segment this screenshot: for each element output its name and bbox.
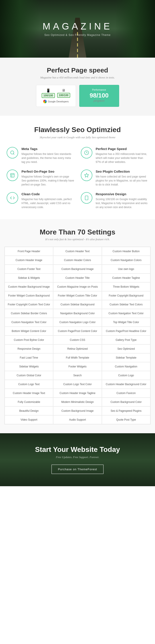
feature-desc-1: Magazine has a 350 milliseconds load tim… (96, 152, 148, 164)
settings-cell: Custom CSS (53, 336, 102, 344)
settings-cell: Custom Header Image Text (5, 389, 53, 398)
settings-cell: Custom Navigation Colors (102, 256, 150, 264)
settings-cell: Custom Logo (102, 371, 150, 380)
feature-text-1: Perfect Page Speed Magazine has a 350 mi… (96, 147, 148, 164)
settings-cell: Retina Optimized (53, 344, 102, 353)
settings-cell: Custom Header Text (53, 247, 102, 256)
svg-point-0 (11, 151, 14, 154)
feature-desc-4: Magazine has fully optimized code, perfe… (21, 197, 74, 209)
settings-cell: Custom Page/Post Content Color (53, 327, 102, 336)
hero-trees-right (115, 0, 155, 58)
svg-line-1 (13, 154, 14, 154)
speed-cards: 📱 100/100 🖥 100/100 Google Developers Pe… (4, 85, 151, 107)
settings-cell: Custom Sidebar Background (53, 300, 102, 309)
settings-cell: Custom Global Color (5, 371, 53, 380)
settings-cell: Full Width Template (53, 353, 102, 362)
settings-cell: Custom Navigation Text Color (5, 318, 53, 327)
feature-title-0: Meta Tags (21, 147, 74, 151)
hero-title: MAGAZINE (42, 21, 112, 32)
settings-cell: Custom Logo Text Color (53, 380, 102, 389)
svg-rect-3 (11, 174, 14, 177)
settings-description: It's not only fast & Seo optimized - It'… (4, 238, 151, 241)
desktop-icon: 🖥 (62, 88, 65, 92)
feature-item: Seo Plugin Collection We have collected … (81, 170, 148, 186)
feature-desc-2: Magazine follows Google's own on-page Se… (21, 175, 74, 186)
cta-heading: Start Your Website Today (4, 446, 151, 454)
mobile-icon: 📱 (46, 88, 50, 93)
pingdom-logo: pingdom (84, 99, 115, 102)
cta-section: Start Your Website Today Free Updates. F… (0, 433, 155, 486)
feature-item: Responsive Design Scoring 100/100 on Goo… (81, 192, 148, 209)
speed-card-google: 📱 100/100 🖥 100/100 Google Developers (36, 85, 76, 107)
seo-section: Flawlessly Seo Optimzied Skyrocket your … (0, 116, 155, 219)
settings-cell: Custom Sidebar Text Colors (102, 300, 150, 309)
settings-cell: Modern Minimalistic Design (53, 398, 102, 406)
speed-heading: Perfect Page speed (4, 66, 151, 74)
settings-cell: Footer Widget Custom Title Color (53, 291, 102, 300)
features-grid: Meta Tags Magazine follows the latest Se… (7, 147, 148, 209)
settings-cell: Custom Header Button (102, 247, 150, 256)
feature-text-2: Perfect On-Page Seo Magazine follows Goo… (21, 170, 74, 186)
feature-title-2: Perfect On-Page Seo (21, 170, 74, 173)
feature-item: Clean Code Magazine has fully optimized … (7, 192, 74, 209)
feature-desc-3: We have collected all Seo and page speed… (96, 175, 148, 186)
settings-cell: Custom Navigation (102, 362, 150, 371)
settings-cell: Fully Customizable (5, 398, 53, 406)
settings-cell: Custom Header Image (5, 256, 53, 264)
feature-item: Perfect On-Page Seo Magazine follows Goo… (7, 170, 74, 186)
settings-cell: Custom Background Color (102, 398, 150, 406)
settings-cell: Custom Logo Text (5, 380, 53, 389)
settings-section: More Than 70 Settings It's not only fast… (0, 219, 155, 433)
settings-cell: Sidebar Template (102, 353, 150, 362)
feature-item: Meta Tags Magazine follows the latest Se… (7, 147, 74, 164)
settings-cell: Custom Header Colors (53, 256, 102, 264)
settings-cell: Gallery Post Type (102, 336, 150, 344)
perf-label: Performance (84, 88, 115, 91)
speed-description: Magazine has a 450 milliseconds load tim… (4, 76, 151, 79)
desktop-score-item: 🖥 100/100 (57, 88, 70, 98)
cta-button[interactable]: Purchase on ThemeForest (51, 464, 104, 474)
svg-marker-6 (85, 173, 89, 177)
settings-cell: Top Widget Title Color (102, 318, 150, 327)
google-logo-text: Google Developers (48, 100, 69, 103)
settings-cell: Fast Load Time (5, 353, 53, 362)
hero-trees-left (0, 0, 40, 58)
speed-card-pingdom: Performance 98/100 pingdom (79, 85, 119, 107)
settings-cell: Footer Widget Custom Background (5, 291, 53, 300)
feature-title-1: Perfect Page Speed (96, 147, 148, 151)
settings-cell: Beautiful Design (5, 406, 53, 415)
settings-cell: Use own logo (102, 264, 150, 274)
settings-cell: Search (53, 371, 102, 380)
mobile-score: 100/100 (42, 93, 55, 98)
settings-cell: Custom Post Byline Color (5, 336, 53, 344)
feature-title-5: Responsive Design (96, 192, 148, 196)
feature-desc-5: Scoring 100/100 on Google Insight usabil… (96, 197, 148, 209)
settings-cell: Footer Copyright Background (102, 291, 150, 300)
settings-cell: Seo & Pagespeed Plugins (102, 406, 150, 415)
feature-desc-0: Magazine follows the latest Seo standard… (21, 152, 74, 164)
settings-cell: Bottom Widget Content Color (5, 327, 53, 336)
settings-cell: Custom Header Background Image (5, 282, 53, 291)
settings-cell: Custom Navigation Text Color (102, 309, 150, 318)
settings-cell: Video Support (5, 415, 53, 424)
feature-icon-4 (7, 192, 18, 204)
settings-cell: Seo Optimized (102, 344, 150, 353)
feature-text-0: Meta Tags Magazine follows the latest Se… (21, 147, 74, 164)
settings-heading: More Than 70 Settings (4, 228, 151, 236)
settings-cell: Quote Post Type (102, 415, 150, 424)
settings-cell: Footer Copyright Custom Text Color (5, 300, 53, 309)
settings-cell: Navigation Background Color (53, 309, 102, 318)
feature-text-5: Responsive Design Scoring 100/100 on Goo… (96, 192, 148, 209)
settings-cell: Sidebar Widgets (5, 362, 53, 371)
desktop-score: 100/100 (57, 93, 70, 98)
settings-cell: Custom Page/Post Headline Color (102, 327, 150, 336)
settings-cell: Custom Magazine Image on Posts (53, 282, 102, 291)
google-logo: Google Developers (41, 100, 71, 103)
settings-cell: Custom Footer Text (5, 264, 53, 274)
settings-cell: Custom Header Background Color (102, 380, 150, 389)
feature-title-4: Clean Code (21, 192, 74, 196)
perf-score: 98/100 (84, 92, 115, 99)
settings-cell: Audio Support (53, 415, 102, 424)
hero-section: MAGAZINE Seo Optimized & Seo Friendly Ma… (0, 0, 155, 58)
settings-cell: Custom Background Image (53, 406, 102, 415)
